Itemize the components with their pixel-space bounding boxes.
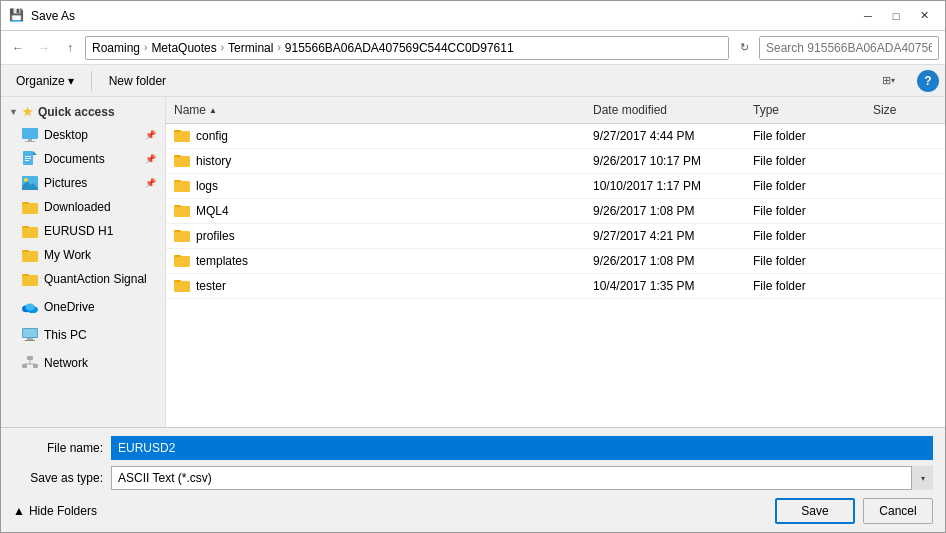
cancel-button[interactable]: Cancel — [863, 498, 933, 524]
crumb-terminal[interactable]: Terminal — [228, 41, 273, 55]
address-bar[interactable]: Roaming › MetaQuotes › Terminal › 915566… — [85, 36, 729, 60]
thispc-icon — [22, 327, 38, 343]
col-header-modified[interactable]: Date modified — [585, 99, 745, 121]
filename-row: File name: — [13, 436, 933, 460]
file-size-cell — [865, 149, 945, 173]
svg-rect-46 — [174, 280, 181, 282]
sidebar-item-quantaction-label: QuantAction Signal — [44, 272, 147, 286]
crumb-sep-1: › — [144, 42, 147, 53]
close-button[interactable]: ✕ — [911, 6, 937, 26]
table-row[interactable]: profiles 9/27/2017 4:21 PMFile folder — [166, 224, 945, 249]
col-header-size[interactable]: Size — [865, 99, 945, 121]
new-folder-button[interactable]: New folder — [100, 69, 175, 93]
crumb-id[interactable]: 915566BA06ADA407569C544CC0D97611 — [285, 41, 514, 55]
hide-folders-button[interactable]: ▲ Hide Folders — [13, 504, 97, 518]
svg-rect-17 — [22, 250, 29, 252]
file-size-cell — [865, 249, 945, 273]
folder-mywork-icon — [22, 247, 38, 263]
table-row[interactable]: MQL4 9/26/2017 1:08 PMFile folder — [166, 199, 945, 224]
view-arrow: ▾ — [891, 76, 895, 85]
sidebar-item-quantaction[interactable]: QuantAction Signal — [1, 267, 165, 291]
file-list: config 9/27/2017 4:44 PMFile folder hist… — [166, 124, 945, 427]
back-button[interactable]: ← — [7, 37, 29, 59]
svg-rect-0 — [22, 128, 38, 139]
file-name: history — [196, 154, 231, 168]
svg-rect-15 — [22, 226, 29, 228]
filename-input[interactable] — [111, 436, 933, 460]
saveastype-select[interactable]: ASCII Text (*.csv)CSV (*.csv)All Files (… — [111, 466, 933, 490]
file-size-cell — [865, 174, 945, 198]
folder-quantaction-icon — [22, 271, 38, 287]
svg-rect-25 — [27, 338, 33, 340]
svg-rect-2 — [25, 141, 35, 142]
file-modified-cell: 9/27/2017 4:21 PM — [585, 224, 745, 248]
file-type-cell: File folder — [745, 124, 865, 148]
col-name-label: Name — [174, 103, 206, 117]
sidebar-item-network[interactable]: Network — [1, 351, 165, 375]
sidebar-item-desktop-label: Desktop — [44, 128, 88, 142]
col-header-type[interactable]: Type — [745, 99, 865, 121]
sidebar-item-eurusd[interactable]: EURUSD H1 — [1, 219, 165, 243]
chevron-up-icon: ▲ — [13, 504, 25, 518]
sidebar-item-onedrive[interactable]: OneDrive — [1, 295, 165, 319]
breadcrumb: Roaming › MetaQuotes › Terminal › 915566… — [92, 41, 514, 55]
col-type-label: Type — [753, 103, 779, 117]
quick-access-header[interactable]: ▼ ★ Quick access — [1, 101, 165, 123]
folder-icon — [174, 128, 190, 144]
folder-icon — [174, 228, 190, 244]
refresh-button[interactable]: ↻ — [733, 37, 755, 59]
table-row[interactable]: config 9/27/2017 4:44 PMFile folder — [166, 124, 945, 149]
col-header-name[interactable]: Name ▲ — [166, 99, 585, 121]
sidebar-item-onedrive-label: OneDrive — [44, 300, 95, 314]
table-row[interactable]: tester 10/4/2017 1:35 PMFile folder — [166, 274, 945, 299]
up-button[interactable]: ↑ — [59, 37, 81, 59]
file-type-cell: File folder — [745, 149, 865, 173]
maximize-button[interactable]: □ — [883, 6, 909, 26]
svg-rect-43 — [174, 256, 190, 267]
file-modified-cell: 10/4/2017 1:35 PM — [585, 274, 745, 298]
crumb-roaming[interactable]: Roaming — [92, 41, 140, 55]
table-row[interactable]: templates 9/26/2017 1:08 PMFile folder — [166, 249, 945, 274]
file-name: templates — [196, 254, 248, 268]
sidebar-item-downloaded[interactable]: Downloaded — [1, 195, 165, 219]
documents-icon — [22, 151, 38, 167]
help-button[interactable]: ? — [917, 70, 939, 92]
svg-rect-6 — [25, 158, 31, 159]
svg-rect-37 — [174, 181, 190, 192]
sidebar-item-documents-label: Documents — [44, 152, 105, 166]
sidebar-item-documents[interactable]: Documents 📌 — [1, 147, 165, 171]
svg-point-9 — [24, 178, 28, 182]
onedrive-section: OneDrive — [1, 295, 165, 319]
svg-rect-19 — [22, 274, 29, 276]
file-modified-cell: 9/26/2017 1:08 PM — [585, 249, 745, 273]
sort-arrow-icon: ▲ — [209, 106, 217, 115]
svg-rect-27 — [27, 356, 33, 360]
svg-rect-16 — [22, 251, 38, 262]
form-actions: ▲ Hide Folders Save Cancel — [13, 498, 933, 524]
svg-point-22 — [26, 303, 35, 310]
sidebar-item-network-label: Network — [44, 356, 88, 370]
file-type-cell: File folder — [745, 274, 865, 298]
sidebar-item-pictures[interactable]: Pictures 📌 — [1, 171, 165, 195]
table-row[interactable]: logs 10/10/2017 1:17 PMFile folder — [166, 174, 945, 199]
forward-button[interactable]: → — [33, 37, 55, 59]
search-input[interactable] — [759, 36, 939, 60]
pictures-icon — [22, 175, 38, 191]
file-size-cell — [865, 274, 945, 298]
organize-button[interactable]: Organize ▾ — [7, 69, 83, 93]
file-name: profiles — [196, 229, 235, 243]
table-row[interactable]: history 9/26/2017 10:17 PMFile folder — [166, 149, 945, 174]
sidebar-item-thispc[interactable]: This PC — [1, 323, 165, 347]
bottom-bar: File name: Save as type: ASCII Text (*.c… — [1, 427, 945, 532]
sidebar-item-mywork[interactable]: My Work — [1, 243, 165, 267]
svg-rect-45 — [174, 281, 190, 292]
view-button[interactable]: ⊞ ▾ — [875, 69, 901, 93]
quick-access-section: ▼ ★ Quick access Desktop 📌 Documents — [1, 101, 165, 291]
crumb-metaquotes[interactable]: MetaQuotes — [151, 41, 216, 55]
svg-rect-41 — [174, 231, 190, 242]
save-button[interactable]: Save — [775, 498, 855, 524]
minimize-button[interactable]: ─ — [855, 6, 881, 26]
sidebar-item-desktop[interactable]: Desktop 📌 — [1, 123, 165, 147]
file-name-cell: config — [166, 124, 585, 148]
sidebar-item-pictures-label: Pictures — [44, 176, 87, 190]
